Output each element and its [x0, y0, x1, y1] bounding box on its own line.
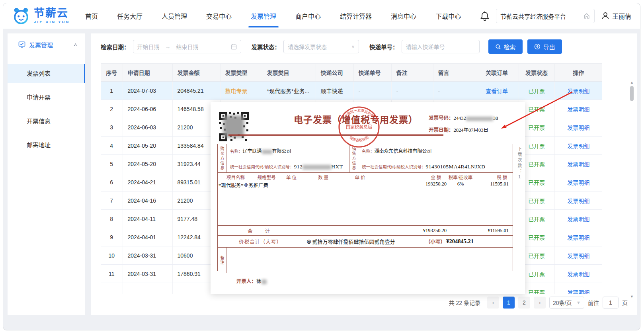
export-button-label: 导出	[543, 43, 555, 51]
cell-date-8: 2024-04-11	[128, 216, 156, 222]
date-start-input[interactable]: 开始日期	[137, 43, 160, 51]
cell-action-8[interactable]: 发票明细	[567, 216, 589, 223]
cell-date-1: 2024-07-03	[128, 88, 156, 94]
cell-amount-10: 10600	[178, 252, 193, 259]
nav-item-5[interactable]: 商户中心	[295, 3, 322, 29]
goto-suffix: 页	[622, 299, 628, 307]
cell-status-3: 已开票	[528, 125, 545, 131]
column-header-8: 留言	[433, 64, 475, 82]
cell-status-8: 已开票	[528, 216, 545, 223]
grand-total-value: ¥204845.21	[446, 238, 474, 245]
page-size-select[interactable]: 20条/页 ▼	[549, 297, 584, 309]
cell-action-11[interactable]: 发票明细	[567, 271, 589, 277]
search-button-label: 检索	[504, 43, 516, 51]
user-menu[interactable]: 王丽倩	[601, 11, 631, 21]
invoice-total-row: 合 计 ¥193250.20 ¥11595.01	[218, 226, 513, 236]
date-end-input[interactable]: 结束日期	[176, 43, 199, 51]
nav-item-3[interactable]: 交易中心	[205, 3, 232, 29]
column-header-5: 快递公司	[316, 64, 353, 82]
cell-date-3: 2024-06-03	[128, 124, 156, 131]
goto-page-input[interactable]: 1	[603, 297, 619, 309]
column-header-2: 发票金额	[172, 64, 220, 82]
buyer-tax-prefix: 912	[294, 164, 302, 170]
next-page-button[interactable]: ›	[534, 297, 546, 309]
cell-action-5[interactable]: 发票明细	[567, 161, 589, 168]
cell-index-8: 8	[110, 216, 113, 222]
nav-item-1[interactable]: 任务大厅	[116, 3, 143, 29]
cell-amount-2: 146548.58	[178, 106, 204, 112]
app-window: 节薪云 JIE XIN YUN 首页任务大厅人员管理交易中心发票管理商户中心结算…	[3, 3, 640, 330]
cell-index-2: 2	[110, 106, 113, 112]
cell-action-3[interactable]: 发票明细	[567, 125, 589, 131]
sidebar-section-label: 发票管理	[29, 41, 53, 49]
sidebar: 发票管理 ∧ 发票列表申请开票开票信息邮寄地址	[8, 33, 85, 315]
cell-action-4[interactable]: 发票明细	[567, 143, 589, 149]
platform-select[interactable]: 节薪云共享经济服务平台	[496, 9, 595, 23]
cell-index-10: 10	[108, 252, 115, 259]
nav-item-8[interactable]: 下载中心	[435, 3, 462, 29]
cell-action-9[interactable]: 发票明细	[567, 234, 589, 241]
page-button-2[interactable]: 2	[518, 297, 530, 309]
nav-item-2[interactable]: 人员管理	[161, 3, 188, 29]
cell-action-2[interactable]: 发票明细	[567, 106, 589, 113]
invoice-number: 发票号码：2443238	[429, 114, 498, 121]
cell-action-10[interactable]: 发票明细	[567, 253, 589, 259]
invoice-number-prefix: 24432	[454, 115, 466, 121]
buyer-name-masked	[262, 150, 272, 154]
cell-index-5: 5	[110, 161, 113, 167]
vertical-scrollbar[interactable]: ▲ ▼	[629, 80, 634, 299]
cell-action-partial[interactable]: 发票明细	[567, 289, 589, 295]
invoice-column-header-5: 金 额	[377, 174, 447, 180]
invoice-preview: 电子发票（增值税专用发票） 发票号码：2443238 开票日期：2024年07月…	[211, 102, 525, 294]
cell-amount-9: 12242.84	[178, 234, 201, 240]
export-button[interactable]: 导出	[527, 39, 562, 54]
nav-item-6[interactable]: 结算计算器	[339, 3, 373, 29]
app-logo[interactable]: 节薪云 JIE XIN YUN	[12, 7, 75, 25]
date-range-input[interactable]: 开始日期 → 结束日期	[133, 40, 241, 53]
invoice-number-masked	[466, 117, 493, 121]
cell-index-3: 3	[110, 124, 113, 131]
page-button-1[interactable]: 1	[503, 297, 515, 309]
search-button[interactable]: 检索	[488, 39, 523, 54]
issuer-label: 开票人：	[236, 279, 256, 284]
scroll-down-icon[interactable]: ▼	[629, 295, 634, 299]
panda-logo-icon	[12, 7, 30, 25]
nav-item-4[interactable]: 发票管理	[250, 3, 277, 29]
cell-action-6[interactable]: 发票明细	[567, 180, 589, 186]
cell-courier-1: 顺丰快递	[321, 88, 343, 94]
seller-side-label: 销售方信息	[349, 144, 358, 172]
cell-action-1[interactable]: 发票明细	[567, 88, 589, 94]
sidebar-section-invoice-management[interactable]: 发票管理 ∧	[8, 33, 85, 56]
scroll-up-icon[interactable]: ▲	[629, 80, 634, 84]
prev-page-button[interactable]: ‹	[487, 297, 499, 309]
invoice-column-header-6: 税率/征收率	[447, 174, 474, 180]
invoice-items: 项目名称规格型号单 位数 量单 价金 额税率/征收率税 额 *现代服务*业务推广…	[218, 173, 513, 226]
cell-action-7[interactable]: 发票明细	[567, 198, 589, 204]
cell-status-9: 已开票	[528, 234, 545, 241]
cell-index-4: 4	[110, 143, 113, 149]
sidebar-item-1[interactable]: 申请开票	[8, 88, 85, 107]
scrollbar-thumb[interactable]	[630, 86, 634, 101]
tracking-number-input[interactable]: 请输入快递单号	[402, 40, 480, 53]
seller-tax-id: 91430105MA4R4LNJXD	[425, 164, 485, 170]
buyer-tax-label: 统一社会信用代码/纳税人识别号：	[230, 165, 294, 169]
search-icon	[495, 44, 501, 50]
cell-tracking-1: -	[359, 88, 361, 94]
total-tax: ¥11595.01	[474, 228, 511, 234]
nav-item-0[interactable]: 首页	[84, 3, 99, 29]
sidebar-item-2[interactable]: 开票信息	[8, 112, 85, 131]
invoice-status-select[interactable]: 请选择发票状态 ∨	[283, 40, 359, 53]
sidebar-item-0[interactable]: 发票列表	[8, 64, 85, 83]
cell-amount-3: 21200	[178, 124, 193, 131]
sidebar-item-3[interactable]: 邮寄地址	[8, 136, 85, 154]
buyer-tax-masked	[302, 165, 331, 170]
invoice-status-placeholder: 请选择发票状态	[288, 43, 327, 51]
nav-item-7[interactable]: 消息中心	[390, 3, 417, 29]
main-nav: 首页任务大厅人员管理交易中心发票管理商户中心结算计算器消息中心下载中心	[84, 3, 462, 29]
issuer-masked	[262, 279, 267, 284]
cell-amount-11: 17860.91	[178, 271, 201, 277]
notification-bell-icon[interactable]	[480, 11, 490, 21]
invoice-parties: 购买方信息 名称：辽宁联通有限公司 统一社会信用代码/纳税人识别号：912HXT…	[218, 144, 513, 173]
cell-related-1[interactable]: 查看订单	[486, 88, 508, 94]
invoice-date: 开票日期：2024年07月03日	[429, 126, 488, 133]
